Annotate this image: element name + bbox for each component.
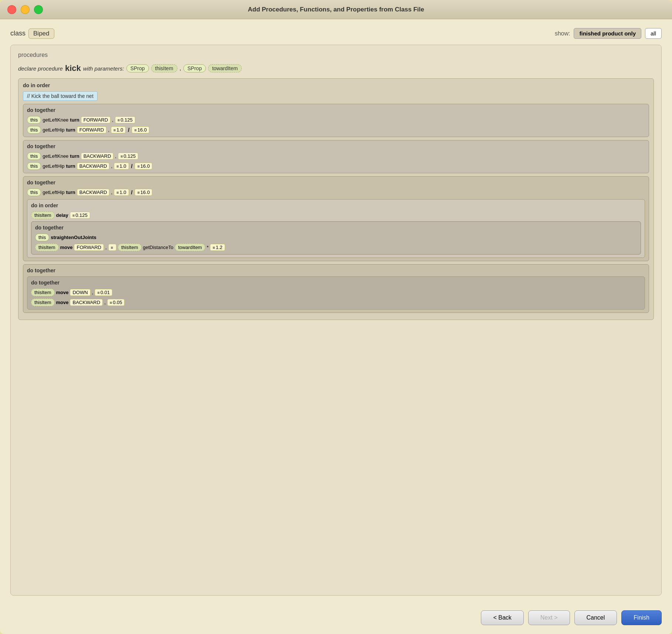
val-001[interactable]: 0.01 xyxy=(95,289,112,296)
procedure-name: kick xyxy=(65,64,81,73)
move-backward-line: thisItem move ​BACKWARD , 0.05 xyxy=(31,299,641,306)
move-backward-word: move xyxy=(56,300,69,305)
show-label: show: xyxy=(555,30,570,37)
next-button[interactable]: Next > xyxy=(528,610,570,625)
do-together-label-3: do together xyxy=(27,180,645,185)
stmt-line-1-2: this getLeftHip turn ​FORWARD , 1.0 / 16… xyxy=(27,126,645,134)
divide-1: / xyxy=(128,127,129,133)
this-tag-2[interactable]: this xyxy=(27,126,41,134)
show-all-button[interactable]: all xyxy=(645,28,662,39)
forward-val-2[interactable]: ​FORWARD xyxy=(77,126,106,133)
main-window: Add Procedures, Functions, and Propertie… xyxy=(0,0,672,634)
this-tag-3[interactable]: this xyxy=(27,152,41,160)
maximize-button[interactable] xyxy=(34,5,43,14)
minimize-button[interactable] xyxy=(21,5,30,14)
this-tag-5[interactable]: this xyxy=(27,188,41,196)
val-0125-1[interactable]: 0.125 xyxy=(115,116,135,123)
declare-text: declare procedure xyxy=(18,65,63,72)
val-1-1[interactable]: 1.0 xyxy=(111,126,126,133)
finish-button[interactable]: Finish xyxy=(621,610,662,625)
forward-val-1[interactable]: ​FORWARD xyxy=(81,116,111,123)
do-together-block-2: do together this getLeftKnee turn ​BACKW… xyxy=(23,140,649,173)
main-content: class Biped show: finished product only … xyxy=(0,19,672,604)
do-together-block-3: do together this getLeftHip turn ​BACKWA… xyxy=(23,176,649,261)
window-title: Add Procedures, Functions, and Propertie… xyxy=(248,6,424,13)
this-tag-4[interactable]: this xyxy=(27,162,41,170)
val-16-3[interactable]: 16.0 xyxy=(135,189,152,196)
back-button[interactable]: < Back xyxy=(481,610,523,625)
turn-1: turn xyxy=(70,117,79,123)
this-tag-1[interactable]: this xyxy=(27,116,41,124)
nested-do-in-order: do in order thisItem delay 0.125 do toge… xyxy=(27,199,645,258)
val-16-1[interactable]: 16.0 xyxy=(132,126,149,133)
get-left-knee-1: getLeftKnee xyxy=(43,117,68,123)
mult-val[interactable]: 1.2 xyxy=(210,244,225,251)
param-thisitem[interactable]: thisItem xyxy=(151,64,177,72)
forward-dir[interactable]: ​FORWARD xyxy=(74,244,103,251)
divide-3: / xyxy=(131,190,133,195)
close-button[interactable] xyxy=(7,5,16,14)
backward-val-3[interactable]: ​BACKWARD xyxy=(77,189,110,196)
show-bar: show: finished product only all xyxy=(555,28,662,39)
thisitem-tag-expr[interactable]: thisItem xyxy=(118,243,142,251)
move-forward-line: thisItem move ​FORWARD , thisItem getDis… xyxy=(35,243,637,251)
get-left-knee-2: getLeftKnee xyxy=(43,153,68,159)
delay-line: thisItem delay 0.125 xyxy=(31,211,641,219)
procedures-label: procedures xyxy=(18,52,654,58)
nested-do-in-order-label: do in order xyxy=(31,202,641,208)
turn-3: turn xyxy=(70,153,79,159)
stmt-line-1-1: this getLeftKnee turn ​FORWARD , 0.125 xyxy=(27,116,645,124)
turn-4: turn xyxy=(66,163,75,169)
comma-sep: , xyxy=(180,65,181,72)
val-005[interactable]: 0.05 xyxy=(107,299,125,306)
straighten-line: this straightenOutJoints xyxy=(35,234,637,241)
param-towarditem[interactable]: towardItem xyxy=(208,64,242,72)
thisitem-tag-delay[interactable]: thisItem xyxy=(31,211,55,219)
do-together-block-4: do together do together thisItem move ​D… xyxy=(23,264,649,313)
val-1-3[interactable]: 1.0 xyxy=(114,189,129,196)
move-down-line: thisItem move ​DOWN , 0.01 xyxy=(31,289,641,296)
get-left-hip-1: getLeftHip xyxy=(43,127,64,133)
delay-val[interactable]: 0.125 xyxy=(70,212,90,219)
move-down-word: move xyxy=(56,290,69,295)
param-sprop-1[interactable]: SProp xyxy=(126,64,149,72)
backward-val-2[interactable]: ​BACKWARD xyxy=(77,163,110,170)
mult-sign: * xyxy=(207,245,208,250)
with-params-text: with parameters: xyxy=(83,65,124,72)
turn-5: turn xyxy=(66,190,75,195)
val-16-2[interactable]: 16.0 xyxy=(135,163,152,170)
toward-item-tag[interactable]: towardItem xyxy=(175,243,205,251)
titlebar: Add Procedures, Functions, and Propertie… xyxy=(0,0,672,19)
thisitem-tag-move[interactable]: thisItem xyxy=(35,243,59,251)
show-finished-button[interactable]: finished product only xyxy=(574,28,641,39)
do-together-label-1: do together xyxy=(27,107,645,113)
get-distance-to: getDistanceTo xyxy=(143,245,173,250)
class-name-badge[interactable]: Biped xyxy=(28,28,54,39)
stmt-line-2-1: this getLeftKnee turn ​BACKWARD , 0.125 xyxy=(27,152,645,160)
get-left-hip-2: getLeftHip xyxy=(43,163,64,169)
straighten-method: straightenOutJoints xyxy=(51,235,96,240)
this-tag-6[interactable]: this xyxy=(35,234,49,241)
turn-2: turn xyxy=(66,127,75,133)
get-left-hip-3: getLeftHip xyxy=(43,190,64,195)
cancel-button[interactable]: Cancel xyxy=(574,610,617,625)
val-1-2[interactable]: 1.0 xyxy=(114,163,129,170)
inner-do-together-label-4: do together xyxy=(31,280,641,286)
delay-word: delay xyxy=(56,212,68,218)
divide-2: / xyxy=(131,163,133,169)
procedures-area: procedures declare procedure kick with p… xyxy=(10,45,662,596)
thisitem-down-tag[interactable]: thisItem xyxy=(31,289,55,296)
stmt-line-2-2: this getLeftHip turn ​BACKWARD , 1.0 / 1… xyxy=(27,162,645,170)
move-word: move xyxy=(60,245,73,250)
backward-dir[interactable]: ​BACKWARD xyxy=(70,299,103,306)
param-sprop-2[interactable]: SProp xyxy=(183,64,206,72)
backward-val-1[interactable]: ​BACKWARD xyxy=(81,153,114,160)
do-together-label-2: do together xyxy=(27,143,645,149)
down-dir[interactable]: ​DOWN xyxy=(70,289,90,296)
do-together-block-1: do together this getLeftKnee turn ​FORWA… xyxy=(23,104,649,137)
thisitem-backward-tag[interactable]: thisItem xyxy=(31,299,55,306)
class-label-area: class Biped xyxy=(10,28,54,39)
do-in-order-outer: do in order // Kick the ball toward the … xyxy=(18,78,654,320)
top-bar: class Biped show: finished product only … xyxy=(10,28,662,39)
val-0125-2[interactable]: 0.125 xyxy=(118,153,138,160)
